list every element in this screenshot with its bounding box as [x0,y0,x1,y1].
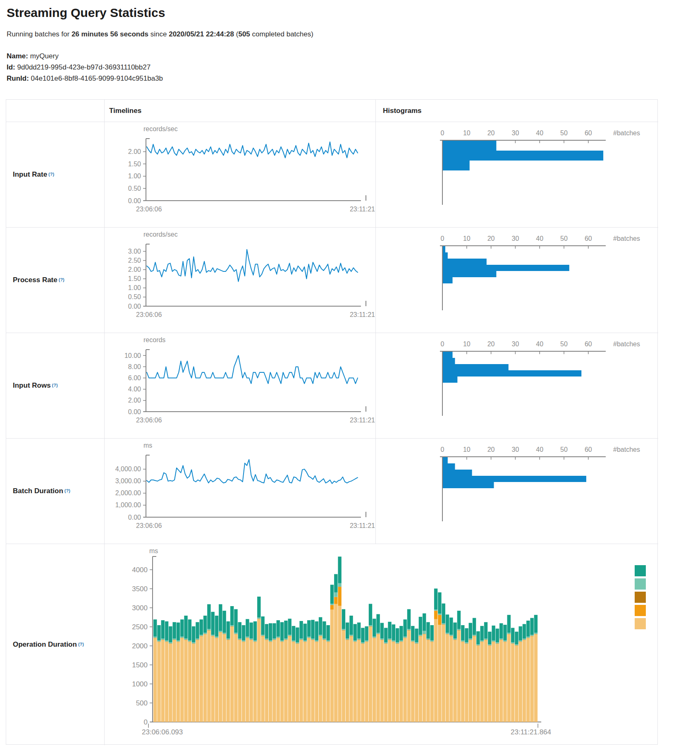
stacked-bar-segment [411,642,414,642]
header-empty-cell [6,100,105,122]
stacked-bar-segment [426,622,430,639]
stacked-bar-segment [222,634,226,722]
stacked-bar-segment [234,634,237,635]
stacked-bar-segment [227,621,230,638]
stacked-bar-segment [330,605,334,605]
operation-duration-stacked-chart: 4000350030002500200015001000500023:06:06… [105,544,658,745]
stacked-bar-segment [242,642,245,642]
x-tick-label: 60 [585,129,592,137]
y-tick-label: 0.00 [128,408,141,415]
stacked-bar-segment [515,645,518,646]
y-tick-label: 4000 [132,566,148,574]
stacked-bar-segment [492,642,495,722]
stacked-bar-segment [415,628,418,642]
help-icon[interactable]: (?) [52,383,58,388]
input-rows-timeline-cell: 10.008.006.004.002.000.0023:06:0623:11:2… [105,333,376,439]
y-tick-label: 1.50 [128,161,141,168]
stacked-bar-segment [242,640,245,642]
stacked-bar-segment [315,640,318,642]
x-tick-label: 0 [441,341,444,348]
stacked-bar-segment [269,642,272,642]
running-duration: 26 minutes 56 seconds [72,30,148,38]
y-axis-unit-label: ms [149,547,158,555]
stacked-bar-segment [376,634,380,722]
help-icon[interactable]: (?) [78,642,84,647]
stacked-bar-segment [404,619,407,636]
stacked-bar-segment [354,642,357,722]
stacked-bar-segment [407,630,411,631]
x-tick-label: 10 [463,235,471,242]
stacked-bar-segment [415,643,418,644]
y-tick-label: 2.00 [128,397,141,404]
y-axis-unit-label: records [143,336,165,344]
stacked-bar-segment [461,642,464,642]
stacked-bar-segment [465,628,468,642]
stacked-bar-segment [419,636,422,636]
stacked-bar-segment [157,642,160,642]
stacked-bar-segment [373,638,376,638]
stacked-bar-segment [219,633,222,722]
x-tick-label: 20 [487,341,495,348]
stacked-bar-segment [530,636,533,636]
stacked-bar-segment [438,615,441,625]
stacked-bar-segment [526,638,530,722]
stacked-bar-segment [407,631,411,722]
stacked-bar-segment [499,640,503,640]
stacked-bar-segment [161,620,165,638]
stacked-bar-segment [211,636,215,636]
stacked-bar-segment [222,634,226,634]
row-label-input-rows: Input Rows(?) [6,333,105,439]
stacked-bar-segment [384,644,387,644]
stacked-bar-segment [315,642,318,722]
stacked-bar-segment [392,640,395,642]
stacked-bar-segment [465,643,468,644]
stacked-bar-segment [219,604,222,631]
batches-axis-label: #batches [613,446,640,453]
stacked-bar-segment [446,614,449,633]
stacked-bar-segment [153,638,157,638]
stacked-bar-segment [449,618,453,635]
stacked-bar-segment [530,636,533,722]
stacked-bar-segment [180,638,184,722]
stacked-bar-segment [203,633,207,634]
help-icon[interactable]: (?) [48,172,54,177]
stacked-bar-segment [473,618,476,635]
stacked-bar-segment [426,640,430,640]
stacked-bar-segment [157,642,160,722]
stacked-bar-segment [373,638,376,722]
stacked-bar-segment [349,635,353,636]
stacked-bar-segment [319,636,322,722]
x-end-label: 23:11:21.864 [511,728,551,736]
help-icon[interactable]: (?) [65,488,70,493]
stacked-bar-segment [465,642,468,643]
x-end-label: 23:11:21 [350,522,375,529]
stacked-bar-segment [361,644,364,722]
stacked-bar-segment [299,640,303,640]
stacked-bar-segment [507,615,511,633]
stacked-bar-segment [177,642,180,642]
y-tick-label: 3000 [132,604,148,612]
stacked-bar-segment [369,627,372,722]
stacked-bar-segment [473,635,476,636]
stacked-bar-segment [180,637,184,638]
stacked-bar-segment [215,638,218,638]
x-tick-label: 0 [441,446,444,453]
stacked-bar-segment [496,642,499,643]
stacked-bar-segment [484,638,487,640]
stacked-bar-segment [503,642,506,642]
y-tick-label: 3.00 [128,248,141,255]
stacked-bar-segment [222,634,226,635]
stacked-bar-segment [303,642,307,642]
x-tick-label: 20 [487,446,495,453]
x-tick-label: 10 [463,446,471,453]
help-icon[interactable]: (?) [59,277,65,282]
stacked-bars [153,556,538,722]
histogram-bar [443,277,453,283]
stacked-bar-segment [399,642,403,642]
stacked-bar-segment [361,642,364,643]
stacked-bar-segment [330,605,334,610]
stacked-bar-segment [346,640,349,640]
id-label: Id: [7,63,15,71]
stacked-bar-segment [419,635,422,636]
x-tick-label: 20 [487,129,495,137]
